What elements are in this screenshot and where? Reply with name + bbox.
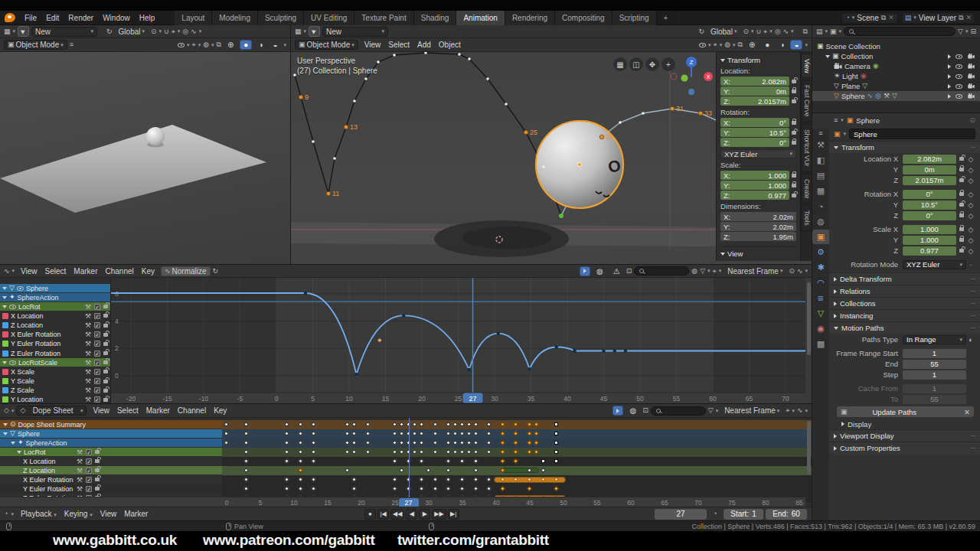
dope-channel-sphereaction[interactable]: ✦SphereAction [0,439,222,447]
unlock-icon[interactable] [103,342,108,346]
keyframe[interactable] [473,449,479,455]
panel-transform[interactable]: Transform┄ [829,141,980,153]
delete-view-layer-icon[interactable]: ✕ [965,15,972,21]
transform-value-field[interactable]: 1.000 [903,225,956,234]
keyframe[interactable] [541,478,545,481]
npanel-field[interactable]: Z:0.977 [720,191,789,200]
channel-enable-checkbox[interactable]: ✓ [94,369,100,375]
hide-viewport-icon[interactable] [956,94,962,99]
channel-enable-checkbox[interactable]: ✓ [86,458,92,465]
select-tool-button[interactable] [18,26,29,37]
keyframe[interactable] [351,431,357,436]
outliner-search[interactable] [844,27,956,36]
panel-collections[interactable]: Collections┄ [829,297,980,309]
keyframe[interactable] [311,458,316,464]
keyframe-diamond-icon[interactable]: ◇ [966,226,975,233]
keyframe[interactable] [500,440,505,445]
graph-scrollbar[interactable] [807,282,811,355]
workspace-tab-scripting[interactable]: Scripting [612,11,657,25]
proportional-edit-icon[interactable]: ◎ [182,28,188,35]
menu-render[interactable]: Render [64,13,98,23]
channel-enable-checkbox[interactable]: ✓ [94,387,100,393]
keyframe[interactable] [528,478,531,481]
graph-channel-z-scale[interactable]: Z Scale⚒✓ [0,386,110,395]
transform-value-field[interactable]: 2.0157m [903,176,956,185]
keyframe[interactable] [399,449,404,455]
keyframe[interactable] [527,440,532,445]
keyframe[interactable] [433,431,438,436]
keyframe[interactable] [298,458,303,464]
channel-enable-checkbox[interactable]: ✓ [94,378,100,384]
keyframe[interactable] [459,431,465,436]
keyframe[interactable] [433,440,438,445]
ghost-curves-icon[interactable]: ◍ [691,268,697,275]
graph-channel-y-euler-rotation[interactable]: Y Euler Rotation⚒✓ [0,340,110,348]
modifier-wrench-icon[interactable]: ⚒ [85,396,91,403]
fcurve-keyframe[interactable] [573,349,576,352]
keyframe[interactable] [534,431,539,436]
graph-menu-key[interactable]: Key [138,267,158,276]
keyframe[interactable] [534,440,539,445]
keyframe[interactable] [345,468,350,473]
workspace-tab-shading[interactable]: Shading [414,11,457,25]
unlock-icon[interactable] [95,459,100,463]
current-frame-field[interactable]: 27 [655,509,707,520]
unlock-icon[interactable] [959,178,964,182]
fcurve-keyframe[interactable] [613,349,616,352]
keyframe[interactable] [419,431,424,436]
falloff-icon[interactable]: ∿ [797,268,803,275]
number-field[interactable]: 1 [903,370,966,380]
outliner-row-light[interactable]: ☀Light◉ [812,71,980,81]
current-frame-line[interactable] [409,418,410,497]
fcurve-plot[interactable]: 0246-20-15-10-50510152025303540455055606… [111,278,805,403]
modifier-wrench-icon[interactable]: ⚒ [85,331,91,338]
keyframe[interactable] [500,431,505,436]
npanel-field[interactable]: Y:2.02m [720,222,796,231]
keyframe[interactable] [298,422,303,427]
paths-side-button[interactable]: ◐ [966,336,975,344]
keyframe[interactable] [554,450,558,454]
disable-render-icon[interactable] [968,93,975,99]
workspace-tab-uv-editing[interactable]: UV Editing [304,11,354,25]
unlock-icon[interactable] [792,194,796,197]
modifier-wrench-icon[interactable]: ⚒ [85,350,91,357]
link-patreon[interactable]: www.patreon.com/gabbitt [203,532,375,549]
keyframe[interactable] [284,440,289,445]
falloff-icon[interactable]: ∿ [797,407,803,414]
tab-object-data[interactable]: ▽ [812,306,829,321]
transform-value-field[interactable]: 0m [903,165,956,174]
transform-value-field[interactable]: 2.082m [903,155,956,164]
transform-value-field[interactable]: 0° [903,190,956,199]
modifier-wrench-icon[interactable]: ⚒ [85,377,91,385]
keyframe[interactable] [419,458,424,464]
dope-ruler[interactable]: 051015202530354045505560657075808527 [0,497,805,507]
channel-enable-checkbox[interactable]: ✓ [86,477,92,483]
orientation-dropdown[interactable]: Global▾ [115,27,149,37]
tab-object[interactable]: ▣ [812,230,829,244]
link-website[interactable]: www.gabbitt.co.uk [53,532,177,549]
tab-world[interactable]: ◍ [812,214,829,229]
keyframe[interactable] [459,422,465,427]
keyframe[interactable] [224,422,229,427]
keyframe[interactable] [466,440,472,445]
graph-channel-z-euler-rotation[interactable]: Z Euler Rotation⚒✓ [0,349,110,357]
npanel-field[interactable]: Z:0° [720,138,789,147]
blender-logo-icon[interactable] [5,13,15,22]
keyframe[interactable] [466,449,472,455]
n-panel-tab-fast-carve[interactable]: Fast Carve [801,80,812,122]
proportional-edit-icon[interactable]: ◎ [775,28,781,35]
eye-icon[interactable] [9,360,16,365]
keyframe[interactable] [466,431,472,436]
motion-keyframe-dot[interactable] [524,130,528,135]
outliner-row-sphere[interactable]: ▽Sphere∿◎⚒▽ [812,91,980,101]
outliner-row-scene-collection[interactable]: ▣Scene Collection [812,41,980,51]
keyframe[interactable] [392,440,397,445]
editor-type-icon[interactable]: ≡ [834,117,838,124]
lock-icon[interactable] [792,90,796,93]
pan-hand-icon[interactable]: ✥ [645,57,659,71]
dope-channel-z-location[interactable]: Z Location⚒✓ [0,466,222,474]
filter-icon[interactable]: ▽ [958,28,963,35]
xray-toggle-icon[interactable]: ⧉ [217,41,221,48]
keyframe[interactable] [284,458,289,464]
keyframe[interactable] [452,449,458,455]
